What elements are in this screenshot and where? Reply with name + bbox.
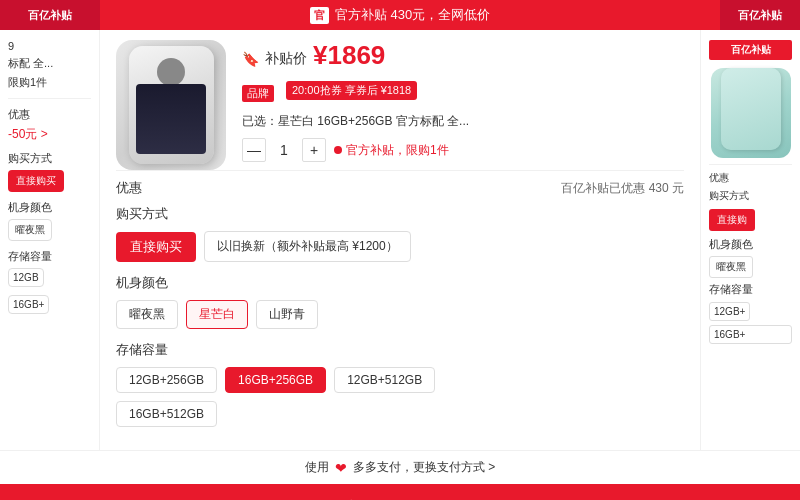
subsidy-dot — [334, 146, 342, 154]
right-direct-buy-button[interactable]: 直接购 — [709, 209, 755, 231]
right-banner: 百亿补贴 — [709, 40, 792, 60]
color-option-white[interactable]: 星芒白 — [186, 300, 248, 329]
discount-label: 优惠 — [116, 179, 142, 197]
storage-section: 存储容量 12GB+256GB 16GB+256GB 12GB+512GB 16… — [116, 341, 684, 427]
left-partial-number: 9 — [8, 40, 91, 52]
banner-left-label: 百亿补贴 — [28, 8, 72, 23]
selection-text: 已选：星芒白 16GB+256GB 官方标配 全... — [242, 112, 684, 130]
storage-12-512[interactable]: 12GB+512GB — [334, 367, 435, 393]
purchase-buttons: 直接购买 以旧换新（额外补贴最高 ¥1200） — [116, 231, 684, 262]
payment-use-text: 使用 — [305, 459, 329, 476]
official-subsidy: 官方补贴，限购1件 — [334, 142, 449, 159]
color-option-black[interactable]: 曜夜黑 — [116, 300, 178, 329]
storage-label: 存储容量 — [116, 341, 684, 359]
left-panel: 9 标配 全... 限购1件 优惠 -50元 > 购买方式 直接购买 机身颜色 … — [0, 30, 100, 450]
discount-row: 优惠 百亿补贴已优惠 430 元 — [116, 170, 684, 205]
left-partial-limit: 限购1件 — [8, 75, 91, 90]
storage-options-row1: 12GB+256GB 16GB+256GB 12GB+512GB — [116, 367, 684, 393]
banner-right-label: 百亿补贴 — [738, 8, 782, 23]
right-phone-image — [711, 68, 791, 158]
trade-in-button[interactable]: 以旧换新（额外补贴最高 ¥1200） — [204, 231, 411, 262]
left-partial-config: 标配 全... — [8, 56, 91, 71]
storage-options-row2: 16GB+512GB — [116, 401, 684, 427]
bottom-cta-button[interactable]: 立即支付 ¥1869 — [0, 484, 800, 500]
phone-body — [129, 46, 214, 164]
price-label: 补贴价 — [265, 50, 307, 68]
heart-icon: ❤ — [335, 460, 347, 476]
subsidy-text: 官方补贴，限购1件 — [346, 142, 449, 159]
left-storage-option2[interactable]: 16GB+ — [8, 295, 49, 314]
payment-method-text[interactable]: 多多支付，更换支付方式 > — [353, 459, 495, 476]
color-option-green[interactable]: 山野青 — [256, 300, 318, 329]
subsidy-icon: 🔖 — [242, 51, 259, 67]
left-discount[interactable]: -50元 > — [8, 126, 91, 143]
page-wrapper: 百亿补贴 官 官方补贴 430元，全网低价 百亿补贴 9 标配 全... 限购1… — [0, 0, 800, 500]
purchase-section: 购买方式 直接购买 以旧换新（额外补贴最高 ¥1200） — [116, 205, 684, 262]
left-storage-option[interactable]: 12GB — [8, 268, 44, 287]
quantity-row: — 1 + 官方补贴，限购1件 — [242, 138, 684, 162]
center-panel: 🔖 补贴价 ¥1869 品牌 20:00抢券 享券后 ¥1818 已选：星芒白 … — [100, 30, 700, 450]
main-price: ¥1869 — [313, 40, 385, 71]
payment-row: 使用 ❤ 多多支付，更换支付方式 > — [0, 450, 800, 484]
right-storage-label: 存储容量 — [709, 282, 792, 297]
purchase-label: 购买方式 — [116, 205, 684, 223]
phone-screen — [136, 84, 206, 154]
right-color-option[interactable]: 曜夜黑 — [709, 256, 753, 278]
left-direct-buy-button[interactable]: 直接购买 — [8, 170, 64, 192]
direct-buy-button[interactable]: 直接购买 — [116, 232, 196, 262]
product-image-area: 🔖 补贴价 ¥1869 品牌 20:00抢券 享券后 ¥1818 已选：星芒白 … — [116, 40, 684, 170]
qty-minus-button[interactable]: — — [242, 138, 266, 162]
banner-center: 官 官方补贴 430元，全网低价 — [310, 6, 490, 24]
right-color-label: 机身颜色 — [709, 237, 792, 252]
qty-plus-button[interactable]: + — [302, 138, 326, 162]
right-phone-body — [721, 68, 781, 150]
banner-right-logo: 百亿补贴 — [720, 0, 800, 30]
storage-12-256[interactable]: 12GB+256GB — [116, 367, 217, 393]
qty-value: 1 — [274, 142, 294, 158]
coupon-badge[interactable]: 20:00抢券 享券后 ¥1818 — [286, 81, 417, 100]
price-section: 🔖 补贴价 ¥1869 品牌 20:00抢券 享券后 ¥1818 已选：星芒白 … — [242, 40, 684, 166]
product-image — [116, 40, 226, 170]
banner-official-icon: 官 — [310, 7, 329, 24]
right-panel: 百亿补贴 优惠 购买方式 直接购 机身颜色 曜夜黑 存储容量 12GB+ 16G… — [700, 30, 800, 450]
storage-16-512[interactable]: 16GB+512GB — [116, 401, 217, 427]
storage-16-256[interactable]: 16GB+256GB — [225, 367, 326, 393]
subsidy-badge-row: 🔖 补贴价 ¥1869 — [242, 40, 684, 77]
left-color-option[interactable]: 曜夜黑 — [8, 219, 52, 241]
banner-left-logo: 百亿补贴 — [0, 0, 100, 30]
color-label: 机身颜色 — [116, 274, 684, 292]
color-section: 机身颜色 曜夜黑 星芒白 山野青 — [116, 274, 684, 329]
top-banner: 百亿补贴 官 官方补贴 430元，全网低价 百亿补贴 — [0, 0, 800, 30]
right-storage-opt[interactable]: 12GB+ — [709, 302, 750, 321]
phone-camera — [157, 58, 185, 86]
color-options: 曜夜黑 星芒白 山野青 — [116, 300, 684, 329]
right-storage-opt2[interactable]: 16GB+ — [709, 325, 792, 344]
discount-value: 百亿补贴已优惠 430 元 — [561, 180, 684, 197]
banner-center-text: 官方补贴 430元，全网低价 — [335, 6, 490, 24]
brand-tag: 品牌 — [242, 85, 274, 102]
main-content: 9 标配 全... 限购1件 优惠 -50元 > 购买方式 直接购买 机身颜色 … — [0, 30, 800, 450]
